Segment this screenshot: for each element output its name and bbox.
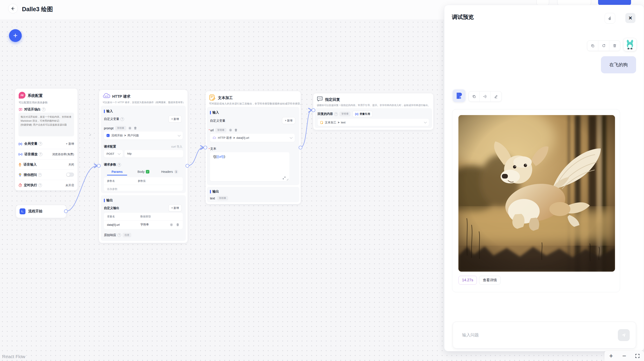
headers-count-badge: 1 (174, 170, 178, 174)
zoom-out-button[interactable]: − (620, 353, 628, 359)
toggle-off[interactable] (66, 172, 74, 177)
type-badge: 字符串 (340, 112, 350, 116)
handle-text-out[interactable] (299, 146, 302, 150)
zoom-in-button[interactable]: + (607, 353, 616, 359)
add-global-var[interactable]: + 新增 (66, 142, 74, 146)
add-param-row[interactable]: 添加参数 (107, 187, 118, 191)
tab-headers[interactable]: Headers 1 (156, 170, 183, 174)
handle-flowstart-out[interactable] (64, 210, 68, 213)
node-http-request[interactable]: HTTP HTTP 请求 可以发出一个 HTTP 请求，实现更为复杂的操作（联网… (99, 90, 188, 243)
add-output-button[interactable]: + 新增 (168, 204, 182, 212)
help-icon[interactable]: ? (120, 117, 124, 121)
method-select[interactable]: POST (104, 150, 123, 158)
node-title: HTTP 请求 (112, 94, 130, 99)
close-panel-button[interactable]: × (625, 13, 636, 23)
node-subtitle: 可以配置应用的系统参数 (19, 101, 48, 104)
voice-play-value[interactable]: 浏览器自带(免费) (52, 152, 74, 156)
zoom-controls: + − (604, 351, 644, 361)
help-icon[interactable]: ? (117, 163, 121, 167)
var-source-select[interactable]: I.. 流程开始 > 用户问题 (104, 132, 183, 140)
row-voice-input: 语音输入 关闭 (18, 159, 74, 170)
retry-icon[interactable] (598, 40, 609, 51)
text-template-editor[interactable]: ![]({{url}}) (210, 152, 290, 181)
help-icon[interactable]: ? (334, 112, 338, 116)
reply-source-select[interactable]: 文本加工 > text (318, 119, 429, 126)
col-var-name: 变量名 (107, 215, 140, 218)
help-icon[interactable]: ? (38, 173, 42, 177)
fit-view-button[interactable] (633, 353, 642, 358)
add-var-button[interactable]: + 新增 (168, 116, 182, 122)
copy-icon[interactable] (587, 40, 598, 51)
section-title: 输入 (106, 109, 113, 113)
edit-icon[interactable] (490, 91, 502, 102)
help-icon[interactable]: ? (39, 152, 42, 156)
handle-text-in[interactable] (204, 146, 207, 150)
toolbar-partial-button[interactable] (536, 0, 549, 5)
node-title: 系统配置 (28, 93, 42, 98)
var-name: url (210, 128, 214, 132)
generated-image (458, 115, 615, 272)
node-flow-start[interactable]: I.. 流程开始 (16, 205, 66, 218)
handle-http-out[interactable] (186, 164, 189, 168)
timer-icon (18, 183, 22, 187)
send-button[interactable] (618, 329, 630, 341)
trash-icon[interactable] (234, 128, 238, 132)
template-var: {{url}} (216, 155, 224, 158)
help-icon[interactable]: ? (117, 233, 121, 237)
resize-handle-icon[interactable] (286, 178, 288, 181)
col-var-type: 数据类型 (140, 215, 151, 218)
send-icon (621, 332, 627, 338)
url-input[interactable]: http (124, 150, 183, 158)
node-title: 文本加工 (218, 95, 233, 100)
toolbar-partial-button[interactable] (557, 0, 591, 5)
row-label: 语音输入 (24, 162, 37, 167)
var-ref-button[interactable]: {x} 变量引用 (352, 111, 372, 117)
tab-params[interactable]: Params (104, 170, 130, 174)
back-button[interactable] (8, 4, 18, 14)
raw-response-badge: 任意 (123, 233, 131, 237)
view-details-button[interactable]: 查看详情 (479, 276, 500, 284)
speaker-icon[interactable] (480, 91, 490, 102)
gear-icon[interactable] (229, 128, 232, 132)
template-post: ) (224, 155, 225, 158)
node-system-config[interactable]: Hi 系统配置 可以配置应用的系统参数 对话开场白 ? {x} 全局变量 ? +… (15, 88, 78, 190)
node-reply[interactable]: 指定回复 该模块可以直接回复一段指定的内容。常用于引导、提示。非字符串内容传入时… (313, 93, 434, 130)
handle-http-in[interactable] (97, 164, 101, 168)
copy-icon[interactable] (469, 91, 480, 102)
gear-icon[interactable] (128, 126, 132, 130)
help-icon[interactable]: ? (38, 142, 42, 146)
voice-input-value[interactable]: 关闭 (68, 163, 74, 167)
output-var-type: 字符串 (140, 223, 149, 226)
template-pre: ![]( (213, 155, 216, 158)
expand-icon[interactable] (283, 176, 286, 180)
svg-text:HTTP: HTTP (105, 96, 109, 97)
resize-handle-icon[interactable] (89, 134, 91, 136)
var-source-select[interactable]: HTTP 请求 > data[0].url (210, 134, 295, 142)
gear-icon[interactable] (170, 223, 173, 226)
help-icon[interactable]: ? (42, 108, 46, 111)
app: + Hi 系统配置 可以配置应用的系统参数 对话开场白 ? {x} 全局变量 ?… (0, 0, 644, 361)
handle-reply-in[interactable] (312, 108, 316, 112)
check-icon: ✓ (146, 170, 149, 174)
trash-icon[interactable] (609, 40, 620, 51)
tab-body[interactable]: Body ✓ (130, 170, 156, 174)
node-text-process[interactable]: 文本加工 可对固定或传入的文本进行加工后输出，非字符串类型数据最终会转成字符串类… (205, 91, 301, 204)
trash-icon[interactable] (134, 126, 137, 130)
schedule-value[interactable]: 未开启 (66, 183, 74, 187)
config-label: 请求配置 (104, 145, 116, 149)
col-param-value: 参数值 (138, 179, 146, 183)
chat-input[interactable] (462, 322, 608, 348)
flow-start-mini-icon: I.. (106, 134, 110, 137)
add-var-button[interactable]: + 新增 (282, 117, 295, 124)
help-icon[interactable]: ? (38, 183, 42, 187)
plus-icon: + (13, 32, 18, 39)
react-flow-attribution[interactable]: React Flow (2, 354, 25, 359)
braces-x-icon: {x} (18, 142, 22, 145)
curl-import-button[interactable]: curl 导入 (171, 145, 182, 149)
toolbar-primary-partial-button[interactable] (598, 0, 631, 5)
clear-chat-button[interactable] (605, 13, 615, 24)
trash-icon[interactable] (176, 223, 179, 226)
opener-textarea[interactable] (18, 113, 74, 136)
suggest-toggle[interactable] (66, 172, 74, 178)
add-node-button[interactable]: + (9, 29, 22, 42)
